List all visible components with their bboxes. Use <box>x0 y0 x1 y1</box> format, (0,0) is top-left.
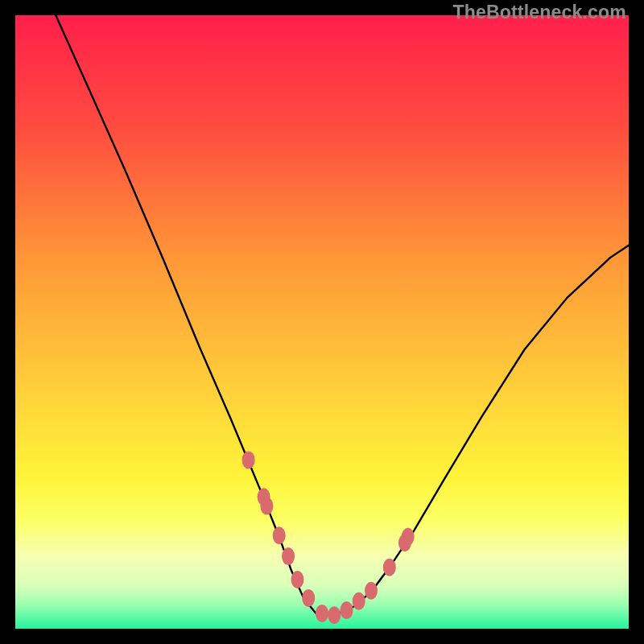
marker-dot <box>302 589 315 607</box>
bottleneck-curve <box>56 15 629 615</box>
marker-dot <box>341 601 353 619</box>
marker-dot <box>328 606 341 624</box>
marker-dot <box>316 605 328 622</box>
marker-dot <box>260 497 273 515</box>
watermark-text: TheBottleneck.com <box>452 2 626 23</box>
marker-dot <box>291 571 304 588</box>
bottleneck-chart <box>15 15 629 629</box>
marker-dot <box>383 559 396 576</box>
plot-area <box>15 15 629 629</box>
marker-dot <box>402 528 415 546</box>
marker-dot <box>365 582 378 600</box>
marker-dot <box>282 547 295 565</box>
marker-dot <box>353 592 365 610</box>
marker-dot <box>273 526 286 544</box>
chart-frame: TheBottleneck.com <box>0 0 644 644</box>
highlight-markers <box>242 451 415 624</box>
marker-dot <box>242 451 255 469</box>
